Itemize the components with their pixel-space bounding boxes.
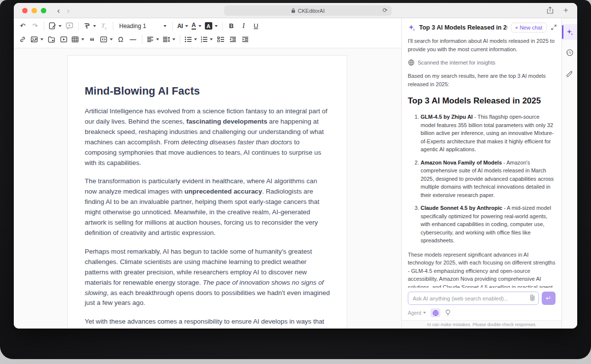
chevron-down-icon (210, 38, 213, 40)
globe-icon (432, 310, 439, 316)
send-button[interactable]: ↵ (542, 292, 556, 305)
scanned-row: Scanned the internet for insights (408, 59, 556, 66)
paint-brush-icon (83, 22, 91, 30)
redo-button[interactable]: ↷ (29, 20, 41, 32)
font-background-button[interactable]: A (203, 20, 219, 32)
special-characters-button[interactable]: Ω (115, 33, 127, 45)
suggestions-button[interactable] (445, 309, 451, 316)
new-tab-button[interactable]: + (563, 5, 568, 15)
plus-icon: + (515, 25, 518, 31)
forward-button[interactable]: › (67, 6, 70, 15)
font-color-button[interactable]: A (190, 20, 203, 32)
code-block-button[interactable] (98, 33, 114, 45)
align-left-icon (147, 36, 154, 42)
chevron-down-icon (156, 38, 159, 40)
format-painter-button[interactable] (82, 20, 98, 32)
insert-image-button[interactable] (29, 33, 45, 45)
expand-icon (551, 25, 557, 30)
italic-button[interactable]: I (238, 20, 250, 32)
remove-format-button[interactable]: Tx (98, 20, 110, 32)
chat-summary: These models represent significant advan… (408, 251, 556, 288)
code-block-icon (100, 36, 107, 43)
share-icon[interactable] (547, 6, 554, 14)
chat-intro: I'll search for information about AI mod… (408, 37, 556, 53)
back-button[interactable]: ‹ (57, 6, 60, 15)
lightbulb-icon (445, 309, 451, 316)
bold-button[interactable]: B (226, 20, 237, 32)
tab-quick-actions[interactable] (562, 66, 577, 81)
chevron-down-icon (93, 25, 96, 27)
chevron-down-icon (110, 38, 113, 40)
attachment-icon[interactable] (529, 294, 535, 303)
comment-plus-icon (66, 22, 73, 30)
chevron-down-icon (40, 38, 43, 40)
add-comment-button[interactable] (64, 20, 75, 32)
minimize-window-button[interactable] (32, 8, 37, 13)
ai-commands-button[interactable] (47, 20, 63, 32)
numbered-list-icon (200, 36, 207, 42)
chevron-down-icon (198, 25, 201, 27)
doc-heading: Mind-Blowing AI Facts (85, 85, 330, 98)
link-button[interactable] (17, 33, 29, 45)
indent-button[interactable] (239, 33, 251, 45)
close-window-button[interactable] (22, 8, 28, 13)
chevron-down-icon (194, 38, 197, 40)
indent-icon (242, 36, 249, 42)
chevron-down-icon (423, 312, 426, 314)
underline-button[interactable]: U (250, 20, 262, 32)
chevron-down-icon (185, 25, 188, 27)
list-item: Claude Sonnet 4.5 by Anthropic - A mid-s… (421, 204, 556, 245)
chat-disclaimer: AI can make mistakes. Please double-chec… (402, 320, 561, 329)
ai-sparkle-icon (408, 24, 416, 32)
line-height-button[interactable] (161, 33, 177, 45)
web-search-toggle[interactable] (430, 308, 440, 317)
chevron-down-icon (164, 25, 166, 27)
block-quote-button[interactable]: “ (86, 35, 98, 47)
font-size-button[interactable]: AI (176, 20, 190, 32)
url-text: CKEditorAI (298, 8, 325, 14)
browser-window: ‹ › CKEditorAI ⟳ + ↶ ↷ (14, 3, 577, 329)
media-embed-icon (60, 36, 67, 43)
new-chat-button[interactable]: + New chat (511, 23, 547, 33)
globe-icon (408, 59, 415, 66)
numbered-list-button[interactable] (199, 33, 214, 45)
tab-ai-chat[interactable] (562, 24, 577, 40)
undo-button[interactable]: ↶ (17, 20, 29, 32)
image-upload-icon (31, 36, 38, 43)
insert-media-button[interactable] (58, 33, 69, 45)
agent-mode-dropdown[interactable]: Agent (408, 310, 426, 316)
browser-chrome: ‹ › CKEditorAI ⟳ + (14, 3, 577, 18)
heading-dropdown[interactable]: Heading 1 (116, 20, 169, 32)
editor-column: ↶ ↷ Tx (14, 18, 402, 329)
history-clock-icon (566, 49, 574, 57)
line-height-icon (163, 36, 170, 42)
chat-input-block: ↵ Agent (402, 288, 561, 320)
magic-wand-icon (566, 70, 573, 77)
bulleted-list-button[interactable] (183, 33, 198, 45)
chat-scroll-area[interactable]: I'll search for information about AI mod… (402, 36, 561, 288)
insert-table-button[interactable] (70, 33, 86, 45)
chevron-down-icon (172, 38, 175, 40)
doc-paragraph: Artificial Intelligence has evolved from… (85, 106, 330, 168)
link-icon (19, 36, 26, 43)
horizontal-line-button[interactable]: — (127, 33, 139, 45)
editor-toolbar: ↶ ↷ Tx (14, 18, 401, 48)
tab-history[interactable] (562, 45, 577, 61)
doc-paragraph: The transformation is particularly evide… (85, 176, 330, 238)
text-alignment-button[interactable] (145, 33, 161, 45)
browse-files-button[interactable] (45, 33, 57, 45)
file-manager-icon (48, 36, 55, 43)
reload-icon[interactable]: ⟳ (383, 7, 388, 14)
outdent-button[interactable] (227, 33, 239, 45)
document-page[interactable]: Mind-Blowing AI Facts Artificial Intelli… (67, 55, 347, 329)
ai-chat-panel: Top 3 AI Models Released in 2025 + New c… (402, 18, 562, 329)
ask-ai-input[interactable] (408, 292, 539, 305)
editor-canvas: Mind-Blowing AI Facts Artificial Intelli… (14, 48, 401, 329)
todo-list-button[interactable] (215, 33, 227, 45)
expand-panel-button[interactable] (551, 23, 557, 32)
address-bar[interactable]: CKEditorAI ⟳ (224, 5, 392, 16)
zoom-window-button[interactable] (41, 8, 46, 13)
list-item: GLM-4.5 by Zhipu AI - This flagship open… (421, 113, 556, 154)
doc-paragraph: Perhaps most remarkably, AI has begun to… (85, 247, 330, 308)
side-icon-strip (562, 18, 577, 329)
